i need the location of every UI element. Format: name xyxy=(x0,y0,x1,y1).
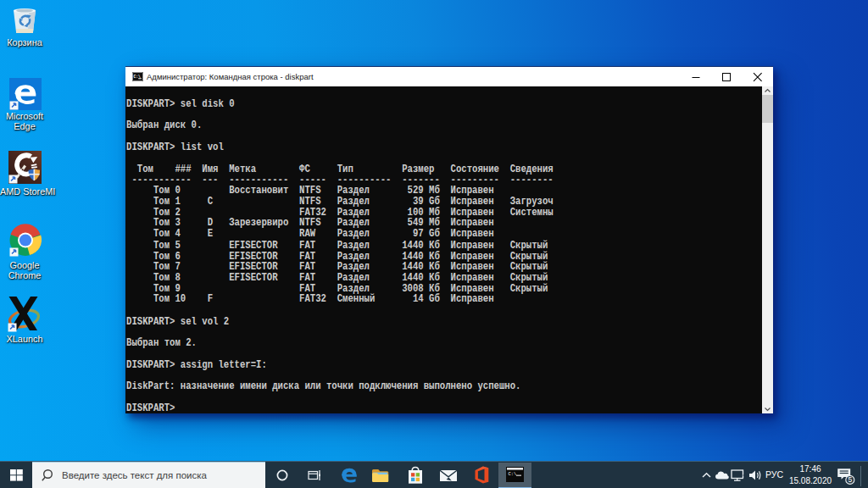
svg-text:5: 5 xyxy=(848,475,852,484)
svg-text:C:\: C:\ xyxy=(509,471,517,477)
svg-text:C:\: C:\ xyxy=(134,74,142,78)
